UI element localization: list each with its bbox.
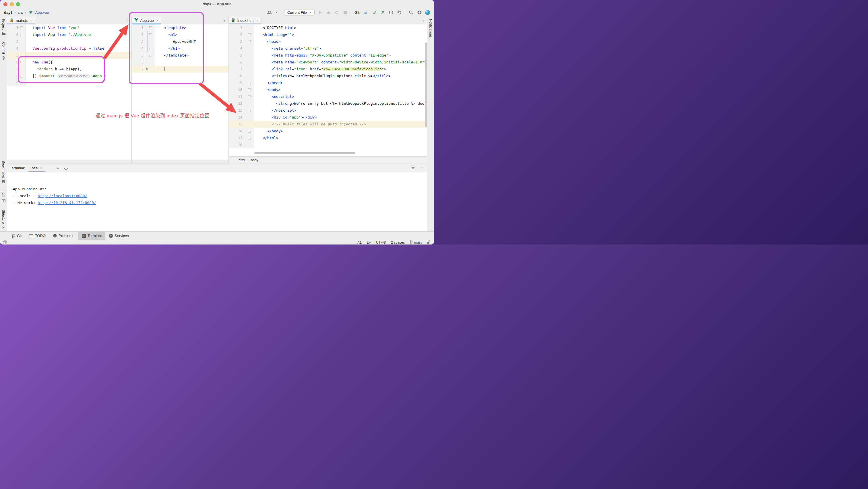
file-encoding[interactable]: UTF-8 — [376, 240, 386, 244]
code-line[interactable]: 7 — [132, 66, 229, 73]
tab-indexhtml[interactable]: H index.html × — [229, 17, 262, 24]
terminal-link[interactable]: http://localhost:8080/ — [38, 194, 87, 198]
fold-marker-icon[interactable] — [248, 33, 251, 36]
terminal-settings-icon[interactable] — [411, 166, 415, 171]
breadcrumb-body[interactable]: body — [251, 158, 258, 162]
code-line[interactable]: 4 </h1> — [132, 45, 229, 52]
breadcrumb-project[interactable]: day3 — [4, 10, 12, 14]
code-line[interactable]: 2 <h1> — [132, 31, 229, 38]
code-line[interactable]: 13 </noscript> — [229, 107, 428, 114]
code-line[interactable]: 6 <meta name="viewport" content="width=d… — [229, 59, 428, 66]
code-line[interactable]: 6new Vue({ — [7, 59, 131, 66]
run-configuration-select[interactable]: Current File — [284, 9, 315, 16]
code-line[interactable]: 17</html> — [229, 135, 428, 141]
run-icon[interactable] — [318, 10, 323, 15]
toolwindow-button-services[interactable]: Services — [105, 232, 133, 240]
code-line[interactable]: 12 <strong>We're sorry but <%= htmlWebpa… — [229, 100, 428, 107]
breadcrumb-file[interactable]: App.vue — [35, 10, 49, 14]
code-line[interactable]: 7 <link rel="icon" href="<%= BASE_URL %>… — [229, 66, 428, 73]
fold-marker-icon[interactable] — [248, 40, 251, 43]
toolwindow-button-todo[interactable]: TODO — [26, 232, 50, 240]
more-options-icon[interactable]: ⋮ — [421, 18, 425, 23]
fold-marker-icon[interactable] — [149, 26, 152, 29]
fold-marker-icon[interactable] — [149, 54, 152, 57]
code-line[interactable]: 1<template> — [132, 24, 229, 31]
code-line[interactable]: 16 </body> — [229, 128, 428, 135]
terminal-dropdown-icon[interactable] — [65, 166, 68, 171]
stripe-item-npm[interactable]: npm — [1, 191, 5, 202]
toolwindow-button-problems[interactable]: Problems — [50, 232, 78, 240]
line-separator[interactable]: LF — [367, 240, 371, 244]
stripe-item-commit[interactable]: Commit — [1, 42, 5, 59]
gear-icon[interactable] — [417, 10, 422, 15]
rerun-icon[interactable] — [334, 10, 340, 15]
code-line[interactable]: 3 <head> — [229, 38, 428, 45]
code-line[interactable]: 6 — [132, 59, 229, 66]
more-options-icon[interactable]: ⋮ — [125, 18, 129, 23]
terminal-tab-local[interactable]: Local × — [30, 166, 42, 170]
code-line[interactable]: 5</template> — [132, 52, 229, 59]
user-icon[interactable] — [267, 10, 272, 15]
gradient-sphere-icon[interactable] — [425, 10, 430, 15]
code-line[interactable]: 9 — [7, 79, 131, 86]
fold-marker-icon[interactable] — [20, 75, 23, 77]
fold-marker-icon[interactable] — [20, 61, 23, 64]
caret-position[interactable]: 7:1 — [357, 240, 362, 244]
close-tab-icon[interactable]: × — [257, 19, 259, 23]
git-commit-icon[interactable] — [372, 10, 377, 15]
close-tab-icon[interactable]: × — [30, 19, 32, 23]
code-line[interactable]: 3 — [7, 38, 131, 45]
code-line[interactable]: 1<!DOCTYPE html> — [229, 24, 428, 31]
tab-appvue[interactable]: App.vue × — [132, 17, 161, 24]
git-update-icon[interactable] — [363, 10, 369, 15]
code-editor-indexhtml[interactable]: 1<!DOCTYPE html>2<html lang="">3 <head>4… — [229, 24, 428, 157]
run-gutter-icon[interactable] — [146, 67, 148, 71]
close-terminal-tab-icon[interactable]: × — [40, 166, 42, 170]
breadcrumb-src[interactable]: src — [18, 10, 23, 14]
code-line[interactable]: 5 <meta http-equiv="X-UA-Compatible" con… — [229, 52, 428, 59]
search-icon[interactable] — [408, 10, 414, 15]
fold-marker-icon[interactable] — [149, 47, 152, 50]
windows-stack-icon[interactable] — [3, 240, 7, 244]
code-line[interactable]: 2import App from './App.vue' — [7, 31, 131, 38]
fold-marker-icon[interactable] — [248, 109, 251, 112]
close-tab-icon[interactable]: × — [156, 19, 158, 23]
rollback-icon[interactable] — [397, 10, 402, 15]
code-line[interactable]: 7 render: h => h(App), — [7, 66, 131, 73]
more-options-icon[interactable]: ⋮ — [222, 18, 226, 23]
fold-marker-icon[interactable] — [248, 137, 251, 139]
breadcrumb-html[interactable]: html — [239, 158, 245, 162]
code-line[interactable]: 4Vue.config.productionTip = false — [7, 45, 131, 52]
fold-marker-icon[interactable] — [20, 26, 23, 29]
toolwindow-button-git[interactable]: Git — [8, 232, 26, 240]
terminal-output[interactable]: App running at:- Local: http://localhost… — [7, 172, 427, 232]
code-line[interactable]: 1import Vue from 'vue' — [7, 24, 131, 31]
tab-mainjs[interactable]: JS main.js × — [7, 17, 35, 24]
code-line[interactable]: 4 <meta charset="utf-8"> — [229, 45, 428, 52]
code-line[interactable]: 8 <title><%= htmlWebpackPlugin.options.t… — [229, 73, 428, 79]
code-line[interactable]: 5 — [7, 52, 131, 59]
stripe-item-project[interactable]: Project — [1, 19, 5, 35]
code-line[interactable]: 10 <body> — [229, 86, 428, 93]
code-line[interactable]: 11 <noscript> — [229, 93, 428, 100]
toolwindow-button-terminal[interactable]: Terminal — [78, 232, 105, 240]
code-line[interactable]: 2<html lang=""> — [229, 31, 428, 38]
fold-marker-icon[interactable] — [248, 82, 251, 85]
unlocked-icon[interactable] — [427, 240, 430, 244]
indent-setting[interactable]: 2 spaces — [391, 240, 405, 244]
fold-marker-icon[interactable] — [248, 130, 251, 133]
code-line[interactable]: 3 App.vue组件 — [132, 38, 229, 45]
stripe-item-structure[interactable]: Structure — [1, 210, 5, 229]
fold-marker-icon[interactable] — [20, 33, 23, 36]
fold-marker-icon[interactable] — [248, 88, 251, 91]
fold-marker-icon[interactable] — [149, 33, 152, 36]
debug-bug-icon[interactable] — [326, 10, 331, 15]
code-editor-mainjs[interactable]: 1import Vue from 'vue'2import App from '… — [7, 24, 131, 160]
git-push-icon[interactable] — [380, 10, 385, 15]
new-terminal-icon[interactable]: + — [57, 166, 59, 170]
stop-icon[interactable] — [343, 10, 348, 15]
code-line[interactable]: 18 — [229, 141, 428, 149]
terminal-link[interactable]: http://10.216.41.172:8080/ — [38, 201, 96, 205]
stripe-item-bookmarks[interactable]: Bookmarks — [1, 161, 5, 183]
horizontal-scrollbar[interactable] — [254, 152, 355, 154]
